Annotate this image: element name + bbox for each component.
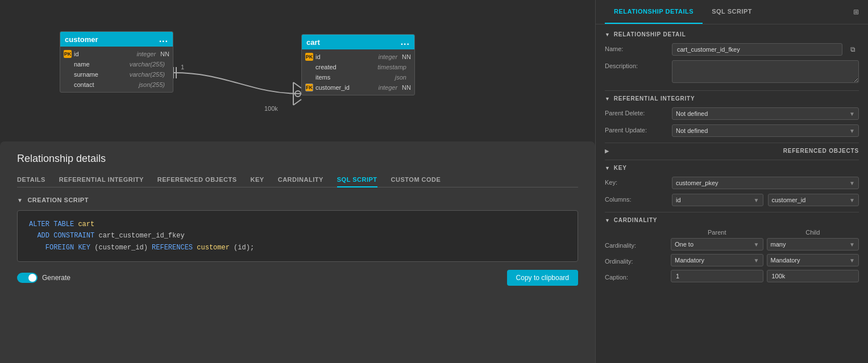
tbl-customer: customer bbox=[197, 244, 230, 252]
col-icon-empty bbox=[64, 70, 72, 78]
panel-title: Relationship details bbox=[17, 153, 578, 165]
parent-delete-value: Not defined ▼ bbox=[672, 107, 859, 120]
col-icon-empty bbox=[64, 81, 72, 89]
cart-table-menu[interactable]: ... bbox=[401, 37, 410, 47]
tab-key[interactable]: KEY bbox=[251, 173, 264, 187]
columns-left-select[interactable]: id bbox=[672, 194, 750, 206]
ordinality-child-select[interactable]: Mandatory bbox=[767, 254, 846, 266]
tbl-cart: cart bbox=[78, 220, 94, 228]
relationship-tabs: DETAILS REFERENTIAL INTEGRITY REFERENCED… bbox=[17, 173, 578, 187]
col-name: contact bbox=[74, 81, 136, 88]
name-field-row: Name: ⧉ bbox=[605, 43, 859, 56]
constraint-name: cart_customer_id_fkey bbox=[98, 232, 184, 240]
tab-custom-code[interactable]: CUSTOM CODE bbox=[391, 173, 441, 187]
referential-integrity-header[interactable]: ▼ REFERENTIAL INTEGRITY bbox=[605, 95, 859, 102]
col-name: surname bbox=[74, 71, 127, 78]
generate-label: Generate bbox=[42, 274, 70, 282]
description-textarea[interactable] bbox=[672, 60, 859, 83]
relationship-detail-header[interactable]: ▼ RELATIONSHIP DETAIL bbox=[605, 31, 859, 37]
right-header-icons: ⊞ bbox=[853, 8, 859, 16]
parent-delete-row: Parent Delete: Not defined ▼ bbox=[605, 107, 859, 120]
cardinality-child-select[interactable]: many bbox=[767, 239, 846, 250]
section-label: CREATION SCRIPT bbox=[27, 197, 89, 203]
caption-label: Caption: bbox=[605, 272, 667, 281]
caption-child-value: 100k bbox=[767, 270, 859, 282]
key-header[interactable]: ▼ KEY bbox=[605, 165, 859, 171]
name-input[interactable] bbox=[672, 43, 842, 56]
columns-right-select[interactable]: customer_id bbox=[769, 194, 846, 206]
cardinality-section: ▼ CARDINALITY Parent Child Cardinality: … bbox=[605, 217, 859, 282]
copy-name-icon[interactable]: ⧉ bbox=[847, 43, 859, 56]
key-section: ▼ KEY Key: customer_pkey ▼ Columns: bbox=[605, 165, 859, 206]
col-type: timestamp bbox=[377, 64, 406, 70]
referenced-objects-header[interactable]: ▶ REFERENCED OBJECTS bbox=[605, 148, 859, 154]
description-label: Description: bbox=[605, 60, 667, 69]
tab-sql-script[interactable]: SQL SCRIPT bbox=[337, 173, 377, 187]
creation-script-section: ▼ CREATION SCRIPT ALTER TABLE cart ADD C… bbox=[17, 197, 578, 286]
panel-layout-icon[interactable]: ⊞ bbox=[853, 8, 859, 16]
chevron-right-icon: ▶ bbox=[605, 148, 609, 154]
chevron-down-icon: ▼ bbox=[605, 32, 610, 37]
relationship-detail-section: ▼ RELATIONSHIP DETAIL Name: ⧉ Descriptio… bbox=[605, 31, 859, 85]
cardinality-parent-select[interactable]: One to bbox=[671, 239, 750, 250]
right-panel-content: ▼ RELATIONSHIP DETAIL Name: ⧉ Descriptio… bbox=[596, 24, 868, 295]
parent-header-label: Parent bbox=[671, 229, 763, 236]
customer-table-menu[interactable]: ... bbox=[159, 34, 168, 44]
tab-details[interactable]: DETAILS bbox=[17, 173, 45, 187]
parent-update-value: Not defined ▼ bbox=[672, 124, 859, 137]
kw-fk: FOREIGN KEY bbox=[45, 244, 90, 252]
fk-icon: FK bbox=[305, 84, 313, 91]
tab-cardinality[interactable]: CARDINALITY bbox=[278, 173, 323, 187]
cart-table-header[interactable]: cart ... bbox=[302, 35, 414, 49]
col-nn: NN bbox=[402, 53, 411, 60]
copy-to-clipboard-button[interactable]: Copy to clipboard bbox=[507, 270, 578, 286]
tab-referential-integrity[interactable]: REFERENTIAL INTEGRITY bbox=[59, 173, 144, 187]
creation-script-header[interactable]: ▼ CREATION SCRIPT bbox=[17, 197, 578, 203]
ordinality-parent-select[interactable]: Mandatory bbox=[671, 254, 750, 266]
table-row: PK id integer NN bbox=[60, 49, 173, 59]
col-type: integer bbox=[378, 84, 397, 91]
chevron-down-icon: ▼ bbox=[846, 257, 858, 264]
description-field-row: Description: bbox=[605, 60, 859, 85]
tab-referenced-objects[interactable]: REFERENCED OBJECTS bbox=[157, 173, 237, 187]
cart-table-title: cart bbox=[306, 38, 320, 47]
kw-ref: REFERENCES bbox=[152, 244, 193, 252]
cardinality-header[interactable]: ▼ CARDINALITY bbox=[605, 217, 859, 223]
col-icon-empty bbox=[64, 60, 72, 68]
chevron-down-icon: ▼ bbox=[605, 165, 610, 171]
parent-update-select[interactable]: Not defined bbox=[672, 125, 846, 136]
svg-point-5 bbox=[295, 91, 301, 97]
cardinality-row: Cardinality: One to ▼ many ▼ bbox=[605, 238, 859, 251]
kw-add: ADD CONSTRAINT bbox=[37, 232, 94, 240]
key-title: KEY bbox=[614, 165, 627, 171]
ordinality-child-select-wrap: Mandatory ▼ bbox=[767, 254, 859, 266]
col-type: varchar(255) bbox=[130, 71, 165, 78]
key-select[interactable]: customer_pkey bbox=[672, 177, 846, 189]
name-label: Name: bbox=[605, 43, 667, 52]
svg-text:100k: 100k bbox=[264, 105, 278, 112]
svg-line-3 bbox=[293, 99, 301, 105]
right-tab-relationship-details[interactable]: RELATIONSHIP DETAILS bbox=[605, 0, 703, 24]
chevron-down-icon: ▼ bbox=[846, 111, 858, 117]
chevron-down-icon: ▼ bbox=[750, 197, 763, 203]
chevron-down-icon: ▼ bbox=[605, 96, 610, 102]
table-row: FK customer_id integer NN bbox=[302, 82, 414, 93]
relationship-panel: Relationship details DETAILS REFERENTIAL… bbox=[0, 141, 595, 363]
col-nn: NN bbox=[402, 84, 411, 91]
script-footer: Generate Copy to clipboard bbox=[17, 270, 578, 286]
columns-value: id ▼ customer_id ▼ bbox=[672, 194, 859, 206]
col-type: integer bbox=[378, 53, 397, 60]
right-tab-sql-script[interactable]: SQL SCRIPT bbox=[703, 0, 761, 24]
col-name: name bbox=[74, 61, 127, 68]
customer-table-header[interactable]: customer ... bbox=[60, 32, 173, 47]
table-row: created timestamp bbox=[302, 62, 414, 72]
generate-toggle[interactable] bbox=[17, 273, 38, 283]
ordinality-label: Ordinality: bbox=[605, 256, 667, 265]
parent-delete-select[interactable]: Not defined bbox=[672, 108, 846, 119]
referenced-objects-section: ▶ REFERENCED OBJECTS bbox=[605, 148, 859, 154]
parent-update-row: Parent Update: Not defined ▼ bbox=[605, 124, 859, 137]
col-name: id bbox=[74, 51, 134, 57]
col-icon-empty bbox=[305, 73, 313, 81]
chevron-down-icon: ▼ bbox=[846, 197, 858, 203]
chevron-down-icon: ▼ bbox=[605, 218, 610, 223]
